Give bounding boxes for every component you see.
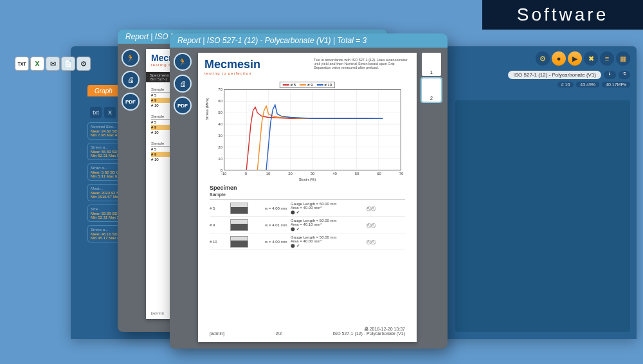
chip-strain: 43.49% xyxy=(576,82,599,87)
x-axis-label: Strain (%) xyxy=(299,177,316,181)
report-page-front: Mecmesin testing to perfection Test in a… xyxy=(198,53,417,342)
report-tools: 🏃 🖨 PDF xyxy=(174,53,194,114)
printer-icon: 🖶 xyxy=(364,327,370,331)
footer-page: 2/2 xyxy=(275,331,282,336)
calendar-icon[interactable]: ▦ xyxy=(616,51,630,66)
report-title: Report | ISO 527-1 (12) - Polycarbonate … xyxy=(170,33,448,48)
settings-icon[interactable]: ⚙ xyxy=(536,51,550,66)
page-footer: [admin] 2/2 🖶 2018-12-20 13:37 ISO 527-1… xyxy=(210,327,405,336)
report-tools: 🏃 🖨 PDF xyxy=(122,49,142,111)
footer-user: [admin] xyxy=(210,331,224,336)
run-icon[interactable]: 🏃 xyxy=(174,53,192,71)
specimen-row: # 9 w = 4.01 mm Gauge Length = 50.00 mmA… xyxy=(210,217,405,233)
main-content-panel xyxy=(455,100,630,332)
stress-strain-chart: # 5 # 9 # 10 010203040506070 -1001020304… xyxy=(210,83,405,179)
pdf-icon[interactable]: PDF xyxy=(174,96,192,114)
test-note: Test in accordance with ISO 527-1 (12). … xyxy=(314,58,410,75)
specimen-diagram-icon: ⎋⎋ xyxy=(364,203,378,214)
specimen-heading: Specimen xyxy=(210,185,405,191)
specimen-shape-icon xyxy=(230,219,248,231)
pdf-icon[interactable]: PDF xyxy=(122,93,140,111)
play-icon[interactable]: ▶ xyxy=(568,51,582,66)
thermo-icon[interactable]: 🌡 xyxy=(604,71,616,79)
gear-icon[interactable]: ⚙ xyxy=(77,57,91,71)
list-icon[interactable]: ≡ xyxy=(600,51,614,66)
page-thumb-1[interactable]: 1 xyxy=(422,53,441,76)
page-thumb-2[interactable]: 2 xyxy=(422,78,441,102)
txt-icon[interactable]: TXT xyxy=(15,57,29,71)
chip-stress: 40.17MPa xyxy=(602,82,630,87)
chart-legend: # 5 # 9 # 10 xyxy=(280,82,335,88)
print-icon[interactable]: 🖨 xyxy=(174,75,192,93)
y-axis-label: Stress (MPa) xyxy=(205,98,209,120)
main-toolbar: ⚙ ● ▶ ✖ ≡ ▦ xyxy=(536,51,630,66)
popout-toolbar: TXT X ✉ 📄 ⚙ xyxy=(15,57,91,71)
test-name-pill[interactable]: ISO 527-1 (12) - Polycarbonate (V1) xyxy=(508,71,601,79)
software-banner: Software xyxy=(482,0,643,30)
test-info-bar: ISO 527-1 (12) - Polycarbonate (V1) 🌡 ⚗ … xyxy=(508,71,630,87)
document-icon[interactable]: 📄 xyxy=(61,57,75,71)
specimen-shape-icon xyxy=(230,203,248,214)
print-icon[interactable]: 🖨 xyxy=(122,71,140,89)
specimen-diagram-icon: ⎋⎋ xyxy=(364,219,378,231)
footer-test-name: ISO 527-1 (12) - Polycarbonate (V1) xyxy=(333,331,405,336)
specimen-diagram-icon: ⎋⎋ xyxy=(364,236,378,248)
tools-icon[interactable]: ✖ xyxy=(584,51,598,66)
brand-logo: Mecmesin testing to perfection xyxy=(204,58,260,75)
excel-icon[interactable]: X xyxy=(30,57,44,71)
page-footer-user: [admin] xyxy=(151,311,164,315)
tab-graph[interactable]: Graph xyxy=(87,85,120,96)
flask-icon[interactable]: ⚗ xyxy=(619,71,630,79)
mail-icon[interactable]: ✉ xyxy=(46,57,60,71)
specimen-subheading: Sample xyxy=(210,192,405,197)
page-thumbnails: 1 2 xyxy=(422,53,444,102)
specimen-shape-icon xyxy=(230,236,248,248)
export-xls-icon[interactable]: X xyxy=(104,107,116,118)
specimen-table: # 5 w = 4.00 mm Gauge Length = 50.00 mmA… xyxy=(210,199,405,250)
run-icon[interactable]: 🏃 xyxy=(122,49,140,67)
report-window-front: Report | ISO 527-1 (12) - Polycarbonate … xyxy=(170,33,448,349)
specimen-row: # 10 w = 4.00 mm Gauge Length = 50.00 mm… xyxy=(210,233,405,250)
record-icon[interactable]: ● xyxy=(552,51,566,66)
specimen-row: # 5 w = 4.00 mm Gauge Length = 50.00 mmA… xyxy=(210,200,405,217)
chip-specimen: # 10 xyxy=(557,82,574,87)
export-txt-icon[interactable]: txt xyxy=(90,107,102,118)
